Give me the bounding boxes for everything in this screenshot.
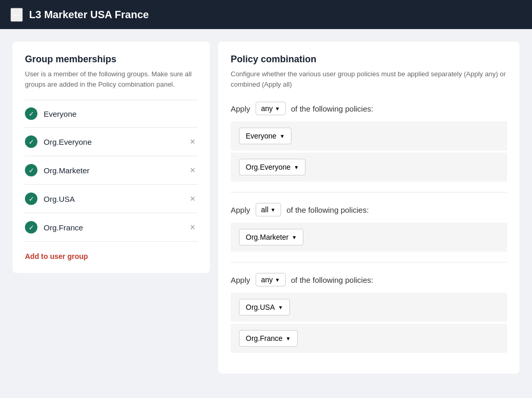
- apply-label: Apply: [231, 276, 250, 284]
- policy-combination-title: Policy combination: [231, 54, 507, 65]
- policy-tag[interactable]: Everyone ▼: [239, 128, 291, 144]
- group-item: ✓Org.Everyone×: [25, 128, 197, 156]
- group-item: ✓Org.USA×: [25, 185, 197, 213]
- group-item: ✓Org.France×: [25, 213, 197, 242]
- policy-combination-panel: Policy combination Configure whether the…: [218, 42, 520, 374]
- group-memberships-panel: Group memberships User is a member of th…: [12, 42, 210, 273]
- group-name: Org.USA: [44, 195, 75, 203]
- check-icon: ✓: [25, 107, 37, 120]
- apply-label: Apply: [231, 104, 250, 113]
- group-name: Everyone: [44, 109, 76, 118]
- group-item: ✓Org.Marketer×: [25, 156, 197, 185]
- group-memberships-title: Group memberships: [25, 54, 197, 65]
- add-to-user-group-button[interactable]: Add to user group: [25, 252, 88, 260]
- check-icon: ✓: [25, 164, 37, 176]
- apply-select[interactable]: any ▼: [256, 273, 286, 286]
- section-divider: [231, 192, 507, 193]
- policy-section: Applyall ▼of the following policies:Org.…: [231, 203, 507, 252]
- policy-combination-description: Configure whether the various user group…: [231, 69, 507, 89]
- policy-tag[interactable]: Org.USA ▼: [239, 299, 290, 315]
- policy-tag[interactable]: Org.France ▼: [239, 330, 298, 347]
- of-following-policies-label: of the following policies:: [291, 104, 373, 113]
- apply-select[interactable]: all ▼: [256, 203, 282, 216]
- policy-section: Applyany ▼of the following policies:Ever…: [231, 102, 507, 182]
- policy-tag[interactable]: Org.Everyone ▼: [239, 159, 305, 175]
- group-name: Org.France: [44, 223, 83, 232]
- group-memberships-description: User is a member of the following groups…: [25, 69, 197, 89]
- group-name: Org.Everyone: [44, 138, 92, 146]
- groups-list: ✓Everyone✓Org.Everyone×✓Org.Marketer×✓Or…: [25, 100, 197, 242]
- section-divider: [231, 262, 507, 263]
- remove-group-button[interactable]: ×: [188, 163, 197, 177]
- of-following-policies-label: of the following policies:: [286, 205, 368, 214]
- back-button[interactable]: ←: [10, 8, 23, 22]
- check-icon: ✓: [25, 221, 37, 234]
- check-icon: ✓: [25, 193, 37, 205]
- policy-section: Applyany ▼of the following policies:Org.…: [231, 273, 507, 353]
- remove-group-button[interactable]: ×: [188, 135, 197, 148]
- check-icon: ✓: [25, 135, 37, 148]
- header: ← L3 Marketer USA France: [0, 0, 532, 29]
- remove-group-button[interactable]: ×: [188, 192, 197, 205]
- apply-label: Apply: [231, 205, 250, 214]
- remove-group-button[interactable]: ×: [188, 221, 197, 234]
- apply-select[interactable]: any ▼: [256, 102, 286, 115]
- policy-sections: Applyany ▼of the following policies:Ever…: [231, 102, 507, 353]
- page-title: L3 Marketer USA France: [29, 9, 149, 21]
- of-following-policies-label: of the following policies:: [291, 276, 373, 284]
- group-item: ✓Everyone: [25, 100, 197, 128]
- group-name: Org.Marketer: [44, 166, 89, 175]
- policy-tag[interactable]: Org.Marketer ▼: [239, 229, 303, 245]
- main-content: Group memberships User is a member of th…: [0, 29, 532, 398]
